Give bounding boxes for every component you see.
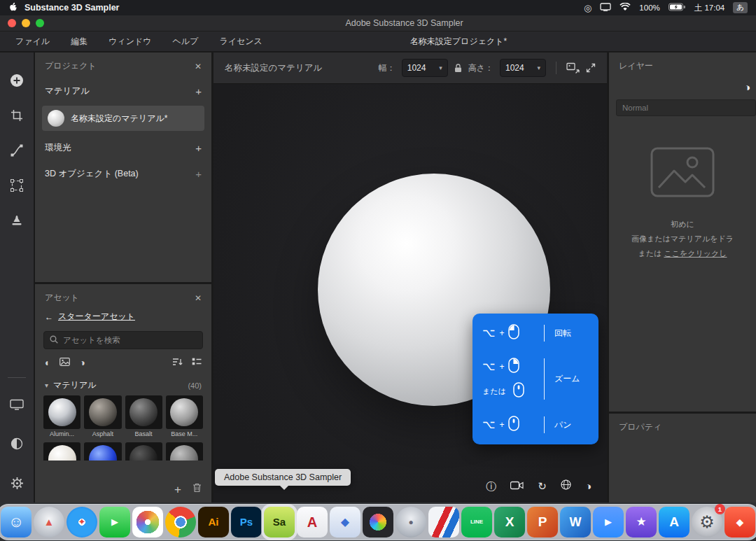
dock-item-gray-sphere-app[interactable]: ●	[396, 507, 426, 538]
dock-item-blue-gem-app[interactable]: ◆	[330, 507, 360, 538]
dock-item-launchpad[interactable]: ▲	[34, 507, 64, 538]
battery-icon[interactable]	[668, 3, 686, 13]
mouse-scroll-wheel-icon	[513, 382, 524, 400]
viewport-3d-canvas[interactable]: ⌥ + 回転 ⌥ +	[214, 84, 607, 503]
list-view-icon[interactable]	[192, 356, 202, 369]
camera-icon[interactable]	[510, 480, 524, 493]
dock-item-line[interactable]: LINE	[461, 507, 492, 538]
asset-material-row2-1[interactable]	[43, 442, 80, 461]
dock-item-app-store[interactable]: A	[659, 507, 690, 538]
minimize-window-button[interactable]	[22, 19, 30, 27]
close-icon[interactable]: ✕	[195, 62, 202, 71]
wifi-icon[interactable]	[620, 3, 631, 13]
close-icon[interactable]: ✕	[195, 293, 202, 303]
filter-materials-icon[interactable]: ◐	[45, 358, 50, 367]
asset-material-2[interactable]: Asphalt	[84, 395, 121, 440]
asset-material-1[interactable]: Alumin...	[43, 395, 80, 440]
transform-tool-icon[interactable]	[8, 177, 25, 194]
environment-icon[interactable]	[8, 435, 25, 452]
menu-file[interactable]: ファイル	[15, 36, 50, 48]
menubar-clock[interactable]: 土 17:04	[694, 3, 724, 13]
material-list-item[interactable]: 名称未設定のマテリアル*	[42, 106, 204, 131]
width-select[interactable]: 1024 ▾	[402, 59, 448, 77]
dock-item-facetime[interactable]: ▶	[99, 507, 130, 538]
system-settings-glyph: ⚙	[699, 514, 715, 531]
material-thumbnail	[48, 110, 64, 127]
properties-panel: プロパティ	[609, 412, 756, 503]
preview-toggle-icon[interactable]	[566, 62, 580, 74]
trash-icon[interactable]	[192, 483, 202, 496]
search-input[interactable]	[63, 336, 197, 344]
reset-view-icon[interactable]: ↻	[538, 481, 547, 491]
layer-visibility-icon[interactable]: ◑	[744, 81, 750, 93]
dock-item-substance-sampler[interactable]: Sa	[264, 507, 295, 538]
curve-tool-icon[interactable]	[8, 142, 25, 159]
material-item-label: 名称未設定のマテリアル*	[71, 113, 167, 125]
asset-material-4[interactable]: Base M...	[166, 395, 203, 440]
dock-item-chrome[interactable]	[165, 507, 196, 538]
dock: ☺▲✦▶AiPsSaA◆●LINEXPW▶★A⚙1◆	[0, 503, 756, 541]
materials-category-row[interactable]: ▾ マテリアル (40)	[35, 373, 211, 395]
dock-item-purple-star-app[interactable]: ★	[626, 507, 657, 538]
info-icon[interactable]: ⓘ	[486, 481, 496, 491]
display-mode-icon[interactable]	[8, 396, 25, 413]
filter-images-icon[interactable]	[59, 356, 70, 369]
dock-item-system-settings[interactable]: ⚙1	[692, 507, 722, 538]
blend-mode-select[interactable]: Normal	[616, 99, 756, 116]
shading-toggle-icon[interactable]: ◑	[585, 481, 592, 491]
dock-item-finder[interactable]: ☺	[1, 507, 31, 538]
dock-item-illustrator[interactable]: Ai	[198, 507, 229, 538]
mouse-left-button-icon	[508, 324, 519, 342]
asset-search-box[interactable]	[43, 331, 203, 349]
fullscreen-icon[interactable]	[586, 63, 596, 73]
menu-extra-icon[interactable]: ◎	[584, 3, 592, 13]
filter-environments-icon[interactable]: ◑	[79, 358, 85, 367]
menu-window[interactable]: ウィンドウ	[108, 36, 151, 48]
sort-icon[interactable]	[172, 356, 183, 369]
screen: Substance 3D Sampler ◎ 100% 土 17:04 あ Ad…	[0, 0, 756, 541]
zoom-window-button[interactable]	[36, 19, 44, 27]
screen-mirroring-icon[interactable]	[600, 3, 611, 13]
dock-item-excel[interactable]: X	[494, 507, 525, 538]
dock-item-color-wheel-app[interactable]	[363, 507, 393, 538]
import-asset-button[interactable]: +	[174, 484, 181, 496]
input-source-icon[interactable]: あ	[733, 2, 748, 13]
dock-item-safari[interactable]: ✦	[66, 507, 97, 538]
dock-item-autocad[interactable]: A	[297, 507, 328, 538]
hint-divider	[544, 358, 545, 400]
asset-material-row2-4[interactable]	[166, 442, 203, 461]
add-environment-button[interactable]: +	[195, 143, 202, 153]
menubar-app-name[interactable]: Substance 3D Sampler	[24, 3, 119, 13]
add-resource-button[interactable]	[8, 72, 25, 89]
window-title: Adobe Substance 3D Sampler	[345, 18, 463, 28]
menu-help[interactable]: ヘルプ	[173, 36, 199, 48]
dock-item-zoom[interactable]: ▶	[593, 507, 624, 538]
crop-tool-icon[interactable]	[8, 107, 25, 124]
click-here-link[interactable]: ここをクリックし	[664, 249, 727, 258]
add-object3d-button[interactable]: +	[195, 169, 202, 179]
lock-aspect-icon[interactable]	[454, 64, 462, 73]
close-window-button[interactable]	[8, 19, 16, 27]
dock-item-word[interactable]: W	[560, 507, 591, 538]
apple-menu-icon[interactable]	[8, 2, 18, 14]
asset-material-row2-3[interactable]	[125, 442, 162, 461]
stamp-tool-icon[interactable]	[8, 212, 25, 229]
dock-item-red-diamond-app[interactable]: ◆	[724, 507, 755, 538]
dock-item-powerpoint[interactable]: P	[527, 507, 558, 538]
asset-material-3[interactable]: Basalt	[125, 395, 162, 440]
height-select[interactable]: 1024 ▾	[500, 59, 546, 77]
viewport-material-title: 名称未設定のマテリアル	[225, 62, 322, 74]
option-key-icon: ⌥	[482, 419, 495, 430]
starter-assets-link[interactable]: ← スターターアセット	[35, 310, 211, 327]
menu-edit[interactable]: 編集	[71, 36, 88, 48]
plus-separator: +	[499, 421, 504, 429]
dock-item-photoshop[interactable]: Ps	[231, 507, 262, 538]
menu-license[interactable]: ライセンス	[219, 36, 262, 48]
dock-item-red-blue-app[interactable]	[428, 507, 459, 538]
properties-panel-title: プロパティ	[619, 421, 662, 433]
add-material-button[interactable]: +	[195, 86, 202, 97]
asset-material-row2-2[interactable]	[84, 442, 121, 461]
globe-icon[interactable]	[561, 479, 571, 493]
dock-item-photos[interactable]	[132, 507, 163, 538]
settings-gear-icon[interactable]	[8, 475, 25, 491]
